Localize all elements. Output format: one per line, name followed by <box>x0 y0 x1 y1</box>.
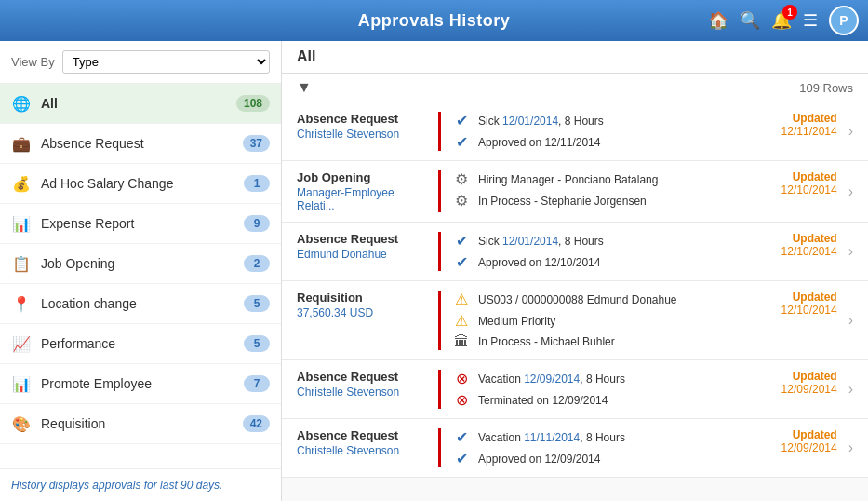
approval-status: Updated <box>793 291 837 304</box>
sidebar-count-adhoc: 1 <box>244 175 270 192</box>
approval-details: ✔Sick 12/01/2014, 8 Hours✔Approved on 12… <box>438 112 742 151</box>
approval-details: ⚙Hiring Manager - Ponciano Batalang⚙In P… <box>438 170 742 212</box>
approval-detail-row: ⊗Terminated on 12/09/2014 <box>452 391 742 409</box>
sidebar-item-all[interactable]: 🌐All108 <box>0 84 281 124</box>
sidebar-item-adhoc[interactable]: 💰Ad Hoc Salary Change1 <box>0 164 281 204</box>
chevron-right-icon[interactable]: › <box>848 291 853 350</box>
approval-date: 12/11/2014 <box>781 125 837 138</box>
chevron-right-icon[interactable]: › <box>848 428 853 467</box>
approval-row: Absence RequestEdmund Donahue✔Sick 12/01… <box>282 223 868 281</box>
detail-text: Hiring Manager - Ponciano Batalang <box>478 173 658 186</box>
sidebar-item-job-opening[interactable]: 📋Job Opening2 <box>0 244 281 284</box>
approval-person[interactable]: Edmund Donahue <box>297 248 427 261</box>
menu-icon[interactable]: ☰ <box>803 10 818 31</box>
sidebar-icon-promote: 📊 <box>11 373 32 394</box>
approval-row: Job OpeningManager-Employee Relati...⚙Hi… <box>282 161 868 223</box>
view-by-select[interactable]: Type Status Date <box>62 50 270 74</box>
gear-icon: ⚙ <box>452 170 471 188</box>
approval-date: 12/10/2014 <box>781 183 837 196</box>
check-icon: ✔ <box>452 253 471 271</box>
detail-text: Vacation 12/09/2014, 8 Hours <box>478 372 625 386</box>
sidebar-count-promote: 7 <box>244 375 270 392</box>
sidebar-item-absence[interactable]: 💼Absence Request37 <box>0 124 281 164</box>
sidebar-item-expense[interactable]: 📊Expense Report9 <box>0 204 281 244</box>
approval-status: Updated <box>793 428 837 441</box>
search-icon[interactable]: 🔍 <box>740 10 760 31</box>
sidebar-icon-adhoc: 💰 <box>11 173 32 194</box>
approval-main: Absence RequestChristelle Stevenson <box>297 370 427 409</box>
avatar[interactable]: P <box>829 6 859 35</box>
detail-text: Approved on 12/10/2014 <box>478 256 600 269</box>
sidebar-count-expense: 9 <box>244 215 270 232</box>
approval-type: Absence Request <box>297 428 427 442</box>
approval-type: Absence Request <box>297 370 427 384</box>
sidebar-item-promote[interactable]: 📊Promote Employee7 <box>0 364 281 404</box>
warning-icon: ⚠ <box>452 312 471 330</box>
approval-date: 12/09/2014 <box>781 441 837 454</box>
approval-list: Absence RequestChristelle Stevenson✔Sick… <box>282 102 868 478</box>
chevron-right-icon[interactable]: › <box>848 232 853 271</box>
approval-details: ⚠US003 / 0000000088 Edmund Donahue⚠Mediu… <box>438 291 742 350</box>
approval-type: Absence Request <box>297 112 427 126</box>
approval-main: Job OpeningManager-Employee Relati... <box>297 170 427 212</box>
approval-date: 12/09/2014 <box>781 383 837 396</box>
approval-details: ✔Vacation 11/11/2014, 8 Hours✔Approved o… <box>438 428 742 467</box>
header-actions: 🏠 🔍 🔔 1 ☰ P <box>708 6 859 35</box>
x-circle-icon: ⊗ <box>452 391 471 409</box>
approval-meta: Updated12/09/2014 <box>754 370 837 409</box>
sidebar-count-job-opening: 2 <box>244 255 270 272</box>
approval-detail-row: ✔Vacation 11/11/2014, 8 Hours <box>452 428 742 446</box>
sidebar-count-performance: 5 <box>244 335 270 352</box>
sidebar-label-promote: Promote Employee <box>41 376 234 391</box>
approval-meta: Updated12/10/2014 <box>754 232 837 271</box>
approval-person[interactable]: Manager-Employee Relati... <box>297 186 427 212</box>
approval-detail-row: ⚠US003 / 0000000088 Edmund Donahue <box>452 291 742 308</box>
filter-icon[interactable]: ▼ <box>297 79 312 96</box>
sidebar-count-requisition: 42 <box>243 415 270 432</box>
notification-icon[interactable]: 🔔 1 <box>771 10 792 31</box>
approval-person[interactable]: 37,560.34 USD <box>297 306 427 319</box>
chevron-right-icon[interactable]: › <box>848 370 853 409</box>
approval-status: Updated <box>793 112 837 125</box>
approval-detail-row: ✔Approved on 12/09/2014 <box>452 450 742 467</box>
chevron-right-icon[interactable]: › <box>848 170 853 212</box>
detail-text: US003 / 0000000088 Edmund Donahue <box>478 293 677 306</box>
sidebar-item-performance[interactable]: 📈Performance5 <box>0 324 281 364</box>
chevron-right-icon[interactable]: › <box>848 112 853 151</box>
approval-detail-row: ✔Approved on 12/10/2014 <box>452 253 742 271</box>
approval-meta: Updated12/10/2014 <box>754 170 837 212</box>
sidebar-icon-requisition: 🎨 <box>11 413 32 434</box>
sidebar-label-all: All <box>41 96 227 111</box>
highlight-date[interactable]: 12/09/2014 <box>524 372 580 386</box>
home-icon[interactable]: 🏠 <box>708 10 728 31</box>
approval-person[interactable]: Christelle Stevenson <box>297 444 427 457</box>
sidebar-item-requisition[interactable]: 🎨Requisition42 <box>0 404 281 444</box>
approval-person[interactable]: Christelle Stevenson <box>297 386 427 399</box>
approval-row: Absence RequestChristelle Stevenson✔Sick… <box>282 102 868 161</box>
sidebar-icon-all: 🌐 <box>11 93 32 114</box>
sidebar-label-location: Location change <box>41 296 234 311</box>
approval-status: Updated <box>793 232 837 245</box>
sidebar-item-location[interactable]: 📍Location change5 <box>0 284 281 324</box>
approval-type: Absence Request <box>297 232 427 246</box>
sidebar-label-absence: Absence Request <box>41 136 234 151</box>
highlight-date[interactable]: 12/01/2014 <box>502 115 558 128</box>
approval-person[interactable]: Christelle Stevenson <box>297 128 427 141</box>
check-icon: ✔ <box>452 428 471 446</box>
approval-row: Absence RequestChristelle Stevenson✔Vaca… <box>282 419 868 478</box>
approval-row: Requisition37,560.34 USD⚠US003 / 0000000… <box>282 281 868 360</box>
sidebar-items: 🌐All108💼Absence Request37💰Ad Hoc Salary … <box>0 84 281 444</box>
approval-detail-row: ⚙Hiring Manager - Ponciano Batalang <box>452 170 742 188</box>
sidebar-label-expense: Expense Report <box>41 216 234 231</box>
approval-details: ⊗Vacation 12/09/2014, 8 Hours⊗Terminated… <box>438 370 742 409</box>
approval-detail-row: ✔Approved on 12/11/2014 <box>452 133 742 151</box>
highlight-date[interactable]: 12/01/2014 <box>502 235 558 248</box>
sidebar-footer: History displays approvals for last 90 d… <box>0 468 281 501</box>
approval-main: Absence RequestChristelle Stevenson <box>297 428 427 467</box>
highlight-date[interactable]: 11/11/2014 <box>524 431 580 444</box>
check-icon: ✔ <box>452 232 471 250</box>
main-layout: View By Type Status Date 🌐All108💼Absence… <box>0 41 868 501</box>
approval-detail-row: ⚠Medium Priority <box>452 312 742 330</box>
detail-text: Approved on 12/09/2014 <box>478 453 600 466</box>
building-icon: 🏛 <box>452 333 471 350</box>
